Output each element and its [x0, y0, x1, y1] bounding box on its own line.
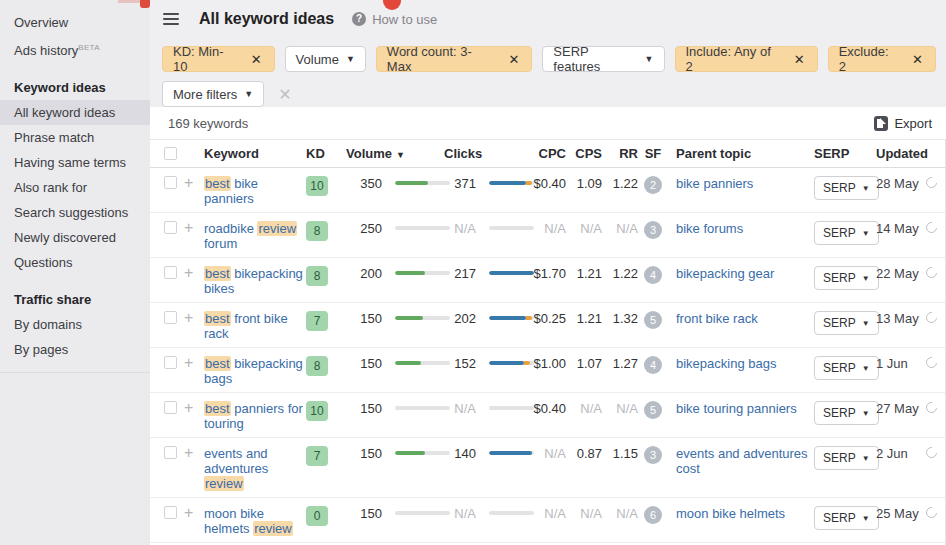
parent-topic-link[interactable]: bike forums	[676, 221, 743, 236]
export-button[interactable]: Export	[874, 116, 932, 131]
add-to-list-icon[interactable]: +	[184, 446, 204, 491]
column-header-clicks[interactable]: Clicks	[444, 146, 476, 161]
sort-caret-icon: ▼	[396, 150, 405, 160]
parent-topic-link[interactable]: events and adventures cost	[676, 446, 808, 476]
volume-bar	[395, 361, 450, 365]
refresh-icon[interactable]	[924, 505, 939, 520]
clicks-bar	[489, 511, 534, 515]
row-checkbox[interactable]	[164, 506, 177, 519]
refresh-icon[interactable]	[924, 175, 939, 190]
rr-value: N/A	[602, 221, 638, 251]
parent-topic-link[interactable]: front bike rack	[676, 311, 758, 326]
row-checkbox[interactable]	[164, 311, 177, 324]
column-header-sf[interactable]: SF	[638, 146, 668, 161]
filter-chip-kd-min-10[interactable]: KD: Min-10 ✕	[162, 46, 275, 72]
column-header-kd[interactable]: KD	[306, 146, 346, 161]
filter-chip-exclude-2[interactable]: Exclude: 2 ✕	[828, 46, 936, 72]
add-to-list-icon[interactable]: +	[184, 176, 204, 206]
keyword-link[interactable]: best panniers for touring	[204, 401, 303, 431]
select-all-checkbox[interactable]	[164, 147, 177, 160]
row-checkbox[interactable]	[164, 401, 177, 414]
parent-topic-link[interactable]: moon bike helmets	[676, 506, 785, 521]
remove-filter-icon[interactable]: ✕	[792, 52, 807, 67]
column-header-updated[interactable]: Updated	[866, 146, 920, 161]
sf-badge[interactable]: 2	[644, 176, 662, 194]
parent-topic-link[interactable]: bikepacking gear	[676, 266, 774, 281]
row-checkbox[interactable]	[164, 446, 177, 459]
sf-badge[interactable]: 3	[644, 446, 662, 464]
refresh-icon[interactable]	[924, 355, 939, 370]
keyword-link[interactable]: best front bike rack	[204, 311, 288, 341]
kd-badge: 8	[306, 356, 328, 376]
filter-chip-more-filters[interactable]: More filters ▼	[162, 81, 264, 107]
sf-badge[interactable]: 5	[644, 401, 662, 419]
kd-badge: 7	[306, 446, 328, 466]
sidebar: Overview Ads historyBETA Keyword ideas A…	[0, 0, 150, 545]
how-to-use-link[interactable]: ? How to use	[352, 12, 437, 27]
column-header-parent-topic[interactable]: Parent topic	[668, 146, 808, 161]
updated-value: 2 Jun	[866, 446, 920, 491]
row-checkbox[interactable]	[164, 356, 177, 369]
sidebar-item-overview[interactable]: Overview	[0, 10, 150, 35]
sidebar-item-search-suggestions[interactable]: Search suggestions	[0, 200, 150, 225]
add-to-list-icon[interactable]: +	[184, 221, 204, 251]
sidebar-item-newly-discovered[interactable]: Newly discovered	[0, 225, 150, 250]
refresh-icon[interactable]	[924, 220, 939, 235]
add-to-list-icon[interactable]: +	[184, 311, 204, 341]
hamburger-menu-icon[interactable]	[163, 10, 179, 28]
sf-badge[interactable]: 3	[644, 221, 662, 239]
sidebar-item-phrase-match[interactable]: Phrase match	[0, 125, 150, 150]
chevron-down-icon: ▼	[346, 54, 355, 64]
refresh-icon[interactable]	[924, 265, 939, 280]
parent-topic-link[interactable]: bike panniers	[676, 176, 753, 191]
keyword-link[interactable]: best bike panniers	[204, 176, 258, 206]
parent-topic-link[interactable]: bikepacking bags	[676, 356, 776, 371]
add-to-list-icon[interactable]: +	[184, 401, 204, 431]
refresh-icon[interactable]	[924, 400, 939, 415]
filter-chip-volume[interactable]: Volume ▼	[285, 46, 366, 72]
column-header-volume[interactable]: Volume▼	[346, 146, 444, 161]
keyword-link[interactable]: best bikepacking bags	[204, 356, 303, 386]
filter-chip-word-count-3-max[interactable]: Word count: 3-Max ✕	[376, 46, 532, 72]
keyword-link[interactable]: best bikepacking bikes	[204, 266, 303, 296]
clear-filters-icon[interactable]: ✕	[278, 85, 291, 104]
keyword-link[interactable]: events and adventures review	[204, 446, 268, 491]
parent-topic-link[interactable]: bike touring panniers	[676, 401, 797, 416]
sidebar-item-by-domains[interactable]: By domains	[0, 312, 150, 337]
remove-filter-icon[interactable]: ✕	[249, 52, 264, 67]
keyword-link[interactable]: roadbike review forum	[204, 221, 297, 251]
kd-badge: 10	[306, 401, 328, 421]
column-header-rr[interactable]: RR	[602, 146, 638, 161]
sf-badge[interactable]: 5	[644, 311, 662, 329]
keyword-link[interactable]: moon bike helmets review	[204, 506, 293, 536]
serp-button-label: SERP	[823, 451, 856, 465]
sf-badge[interactable]: 4	[644, 356, 662, 374]
row-checkbox[interactable]	[164, 221, 177, 234]
column-header-keyword[interactable]: Keyword	[204, 146, 306, 161]
remove-filter-icon[interactable]: ✕	[506, 52, 521, 67]
sidebar-item-ads-history[interactable]: Ads historyBETA	[0, 35, 150, 63]
sidebar-item-questions[interactable]: Questions	[0, 250, 150, 275]
add-to-list-icon[interactable]: +	[184, 266, 204, 296]
sidebar-item-by-pages[interactable]: By pages	[0, 337, 150, 362]
sidebar-item-having-same-terms[interactable]: Having same terms	[0, 150, 150, 175]
add-to-list-icon[interactable]: +	[184, 356, 204, 386]
column-header-cps[interactable]: CPS	[566, 146, 602, 161]
sf-badge[interactable]: 6	[644, 506, 662, 524]
filter-chip-serp-features[interactable]: SERP features ▼	[542, 46, 664, 72]
keyword-count: 169 keywords	[168, 116, 248, 131]
serp-button-label: SERP	[823, 271, 856, 285]
sidebar-item-also-rank-for[interactable]: Also rank for	[0, 175, 150, 200]
row-checkbox[interactable]	[164, 266, 177, 279]
clicks-bar	[489, 316, 534, 320]
add-to-list-icon[interactable]: +	[184, 506, 204, 536]
refresh-icon[interactable]	[924, 310, 939, 325]
refresh-icon[interactable]	[924, 445, 939, 460]
column-header-serp[interactable]: SERP	[808, 146, 866, 161]
row-checkbox[interactable]	[164, 176, 177, 189]
sidebar-item-all-keyword-ideas[interactable]: All keyword ideas	[0, 100, 150, 125]
sf-badge[interactable]: 4	[644, 266, 662, 284]
remove-filter-icon[interactable]: ✕	[910, 52, 925, 67]
filter-chip-include-any-of-2[interactable]: Include: Any of 2 ✕	[675, 46, 818, 72]
column-header-cpc[interactable]: CPC	[526, 146, 566, 161]
